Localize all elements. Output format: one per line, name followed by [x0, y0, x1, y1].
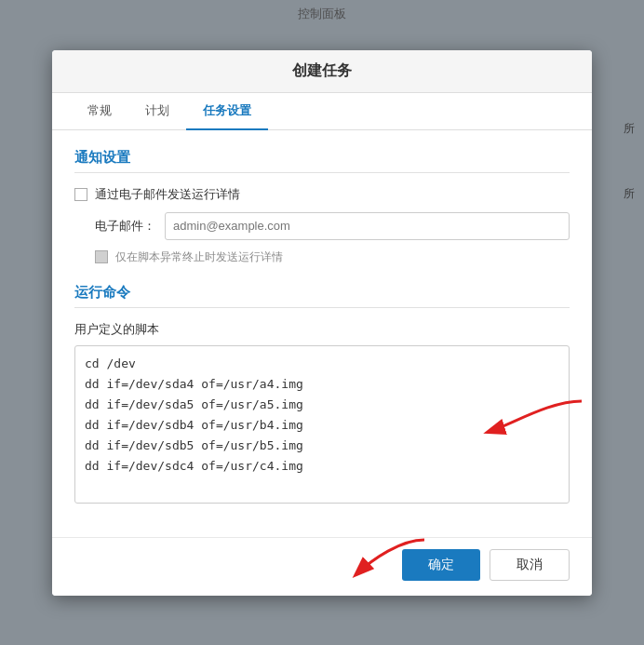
sub-checkbox-label: 仅在脚本异常终止时发送运行详情: [115, 249, 283, 265]
command-section: 运行命令 用户定义的脚本: [74, 284, 570, 507]
sub-checkbox[interactable]: [95, 250, 108, 263]
dialog-tabs: 常规 计划 任务设置: [52, 93, 592, 130]
script-area-wrapper: [74, 345, 570, 507]
tab-general[interactable]: 常规: [71, 93, 128, 130]
dialog-body: 通知设置 通过电子邮件发送运行详情 电子邮件： 仅在脚本异常终止时发送运行详情 …: [52, 130, 592, 537]
tab-task-settings[interactable]: 任务设置: [186, 93, 268, 130]
tab-schedule[interactable]: 计划: [128, 93, 186, 130]
confirm-button[interactable]: 确定: [402, 549, 480, 581]
script-textarea[interactable]: [74, 345, 570, 504]
email-checkbox-label: 通过电子邮件发送运行详情: [95, 186, 240, 203]
command-title: 运行命令: [74, 284, 570, 308]
notification-section: 通知设置 通过电子邮件发送运行详情 电子邮件： 仅在脚本异常终止时发送运行详情: [74, 149, 570, 265]
sub-checkbox-row: 仅在脚本异常终止时发送运行详情: [95, 249, 570, 265]
dialog-title: 创建任务: [52, 50, 592, 93]
notification-title: 通知设置: [74, 149, 570, 173]
email-field-label: 电子邮件：: [95, 218, 155, 235]
dialog: 创建任务 常规 计划 任务设置 通知设置 通过电子邮件发送运行详情 电子邮件：: [52, 50, 592, 596]
email-input-row: 电子邮件：: [95, 212, 570, 240]
email-checkbox-row: 通过电子邮件发送运行详情: [74, 186, 570, 203]
email-input[interactable]: [165, 212, 570, 240]
modal-overlay: 创建任务 常规 计划 任务设置 通知设置 通过电子邮件发送运行详情 电子邮件：: [0, 0, 644, 645]
cancel-button[interactable]: 取消: [490, 549, 570, 581]
dialog-footer: 确定 取消: [52, 537, 592, 596]
email-send-checkbox[interactable]: [74, 188, 87, 201]
command-subtitle: 用户定义的脚本: [74, 321, 570, 338]
